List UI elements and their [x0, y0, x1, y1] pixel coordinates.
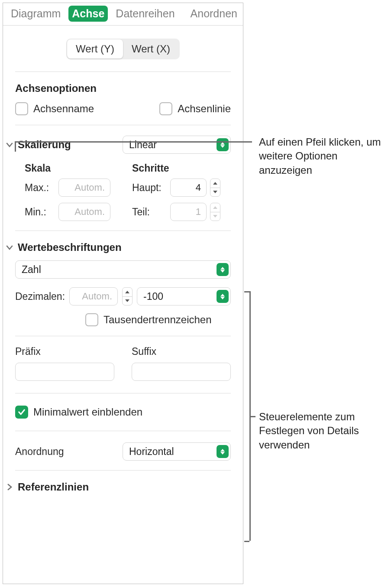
- scale-steps-label: Schritte: [132, 162, 231, 174]
- scale-section: Skalierung Linear Skala Max.:: [15, 125, 231, 231]
- scale-major-stepper[interactable]: [210, 179, 220, 197]
- scale-minor-label: Teil:: [132, 206, 167, 218]
- chevron-down-icon: [5, 140, 14, 149]
- scale-max-field[interactable]: Autom.: [58, 179, 110, 197]
- value-labels-format-popup[interactable]: Zahl: [15, 260, 231, 279]
- value-labels-format-value: Zahl: [22, 264, 41, 276]
- suffix-field[interactable]: [132, 363, 231, 381]
- popup-arrows-icon: [217, 290, 229, 303]
- orientation-label: Anordnung: [15, 446, 64, 458]
- chevron-right-icon: [5, 482, 14, 492]
- scale-type-popup[interactable]: Linear: [123, 136, 231, 154]
- callout-controls-hint: Steuerelemente zum Festlegen von Details…: [259, 410, 387, 452]
- popup-arrows-icon: [217, 263, 229, 276]
- axis-line-checkbox[interactable]: [159, 102, 172, 115]
- thousands-label: Tausendertrennzeichen: [103, 314, 212, 326]
- prefix-field[interactable]: [15, 363, 114, 381]
- scale-major-field[interactable]: 4: [170, 179, 207, 197]
- tab-arrange[interactable]: Anordnen: [187, 6, 241, 22]
- reference-lines-title: Referenzlinien: [18, 481, 89, 493]
- thousands-checkbox[interactable]: [85, 313, 98, 326]
- axis-segmented-control: Wert (Y) Wert (X): [66, 39, 180, 59]
- scale-major-label: Haupt:: [132, 182, 167, 194]
- tab-diagram[interactable]: Diagramm: [7, 6, 64, 22]
- scale-max-label: Max.:: [25, 182, 54, 194]
- chevron-down-icon: [5, 243, 14, 252]
- value-labels-section: Wertebeschriftungen Zahl Dezimalen: Auto…: [15, 231, 231, 470]
- reference-lines-disclosure[interactable]: Referenzlinien: [5, 481, 231, 493]
- callout-line: [244, 291, 249, 292]
- axis-name-checkbox-row[interactable]: Achsenname: [15, 102, 94, 115]
- tab-axis[interactable]: Achse: [68, 6, 108, 22]
- axis-options-section: Achsenoptionen Achsenname Achsenlinie: [15, 72, 231, 125]
- axis-options-title: Achsenoptionen: [15, 82, 231, 94]
- decimals-field[interactable]: Autom.: [69, 287, 118, 305]
- decimals-label: Dezimalen:: [15, 291, 65, 302]
- segment-value-x[interactable]: Wert (X): [123, 39, 179, 58]
- inspector-tabs: Diagramm Achse Datenreihen Anordnen: [3, 3, 243, 26]
- segment-value-y[interactable]: Wert (Y): [67, 39, 123, 58]
- scale-minor-field[interactable]: 1: [170, 203, 207, 221]
- tab-series[interactable]: Datenreihen: [112, 6, 178, 22]
- axis-line-checkbox-row[interactable]: Achsenlinie: [159, 102, 231, 115]
- axis-name-checkbox[interactable]: [15, 102, 28, 115]
- popup-arrows-icon: [217, 445, 229, 458]
- scale-minor-stepper[interactable]: [210, 203, 220, 221]
- show-min-row[interactable]: Minimalwert einblenden: [15, 406, 231, 419]
- callout-line: [249, 416, 255, 417]
- prefix-label: Präfix: [15, 346, 114, 357]
- callout-line: [15, 141, 252, 143]
- show-min-checkbox[interactable]: [15, 406, 28, 419]
- axis-name-label: Achsenname: [33, 103, 94, 115]
- thousands-row[interactable]: Tausendertrennzeichen: [15, 313, 231, 326]
- decimals-stepper[interactable]: [122, 287, 133, 305]
- value-labels-title: Wertebeschriftungen: [18, 241, 122, 253]
- orientation-popup[interactable]: Horizontal: [123, 442, 231, 461]
- scale-min-label: Min.:: [25, 206, 54, 218]
- callout-arrow-hint: Auf einen Pfeil klicken, um weitere Opti…: [259, 135, 385, 177]
- callout-line: [15, 141, 16, 152]
- reference-lines-section: Referenzlinien: [15, 470, 231, 505]
- scale-min-field[interactable]: Autom.: [58, 203, 110, 221]
- neg-format-value: -100: [143, 291, 163, 302]
- orientation-value: Horizontal: [129, 446, 174, 458]
- neg-format-popup[interactable]: -100: [137, 287, 231, 305]
- scale-title: Skalierung: [18, 139, 71, 151]
- scale-type-value: Linear: [129, 139, 157, 151]
- suffix-label: Suffix: [132, 346, 231, 357]
- value-labels-disclosure[interactable]: Wertebeschriftungen: [5, 241, 231, 253]
- callout-line: [244, 541, 249, 542]
- show-min-label: Minimalwert einblenden: [33, 406, 142, 418]
- popup-arrows-icon: [217, 138, 229, 151]
- format-inspector-panel: Diagramm Achse Datenreihen Anordnen Wert…: [3, 3, 243, 584]
- scale-skala-label: Skala: [25, 162, 123, 174]
- axis-line-label: Achsenlinie: [178, 103, 231, 115]
